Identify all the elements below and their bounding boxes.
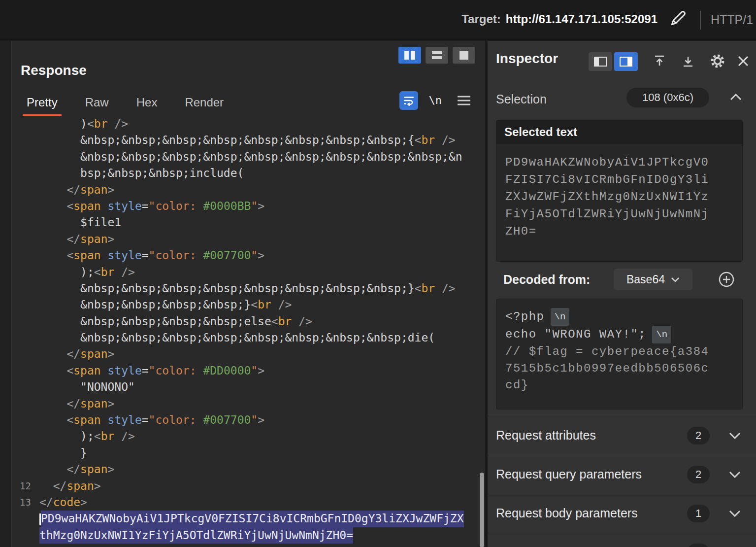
code-line[interactable]: &nbsp;&nbsp;&nbsp;&nbsp;&nbsp;&nbsp;&nbs… — [12, 280, 485, 297]
line-number — [12, 182, 39, 198]
code-text: </span> — [39, 182, 114, 198]
code-text: &nbsp;&nbsp;&nbsp;&nbsp;}<br /> — [39, 297, 292, 313]
add-decoding-step-button[interactable] — [718, 271, 735, 290]
line-number — [12, 412, 39, 428]
edit-target-button[interactable] — [668, 9, 688, 29]
line-number: 13 — [12, 494, 39, 511]
code-text: </span> — [39, 396, 114, 412]
vertical-scrollbar[interactable] — [480, 473, 484, 547]
code-area[interactable]: )<br /> &nbsp;&nbsp;&nbsp;&nbsp;&nbsp;&n… — [12, 116, 485, 547]
code-line[interactable]: "NONONO" — [12, 379, 485, 395]
line-number — [12, 231, 39, 247]
code-text: &nbsp;&nbsp;&nbsp;&nbsp;&nbsp;&nbsp;&nbs… — [39, 330, 435, 346]
line-number — [12, 132, 39, 148]
code-text: &nbsp;&nbsp;&nbsp;&nbsp;&nbsp;&nbsp;&nbs… — [39, 149, 462, 165]
inspector-settings-button[interactable] — [709, 53, 726, 71]
code-line[interactable]: <span style="color: #DD0000"> — [12, 363, 485, 379]
decoded-from-row: Decoded from: Base64 — [488, 269, 756, 291]
section-request-cookies[interactable]: Request cookies0 — [488, 533, 756, 547]
line-number — [12, 297, 39, 313]
layout-rows-button[interactable] — [426, 47, 448, 64]
chevron-down-icon[interactable] — [729, 432, 741, 439]
expand-all-icon — [681, 54, 695, 68]
code-text: &nbsp;&nbsp;&nbsp;&nbsp;&nbsp;&nbsp;&nbs… — [39, 280, 456, 297]
line-number — [12, 379, 39, 395]
chevron-down-icon[interactable] — [729, 471, 741, 478]
code-line[interactable]: &nbsp;&nbsp;&nbsp;&nbsp;&nbsp;&nbsp;&nbs… — [12, 149, 485, 165]
editor-menu-button[interactable] — [457, 95, 471, 108]
code-line[interactable]: } — [12, 445, 485, 461]
target-url: http://61.147.171.105:52091 — [506, 12, 657, 26]
target-label: Target: — [461, 12, 501, 26]
selection-label: Selection — [496, 92, 547, 106]
layout-single-button[interactable] — [453, 47, 475, 64]
selected-code-line[interactable]: thMzg0NzUxNWI1YzFiYjA5OTdlZWRiYjUwNjUwNm… — [12, 527, 485, 544]
line-number — [12, 247, 39, 264]
code-line[interactable]: )<br /> — [12, 116, 485, 132]
selection-section-header[interactable]: Selection 108 (0x6c) — [488, 86, 756, 111]
code-line[interactable]: </span> — [12, 461, 485, 478]
close-icon — [737, 55, 750, 68]
section-request-attributes[interactable]: Request attributes2 — [488, 416, 756, 455]
chevron-down-icon — [671, 277, 680, 282]
burp-repeater-screen: Target:http://61.147.171.105:52091 HTTP/… — [0, 0, 756, 547]
count-badge: 0 — [687, 544, 710, 547]
code-line[interactable]: 12 </span> — [12, 478, 485, 494]
code-line[interactable]: &nbsp;&nbsp;&nbsp;&nbsp;else<br /> — [12, 313, 485, 330]
section-request-body-parameters[interactable]: Request body parameters1 — [488, 494, 756, 533]
code-text: PD9waHAKZWNobyAiV1JPTkcgV0FZISI7Ci8vICRm… — [39, 511, 464, 527]
code-line[interactable]: bsp;&nbsp;&nbsp;include( — [12, 165, 485, 181]
decoded-line: echo "WRONG WAY!";\n — [505, 326, 733, 343]
code-line[interactable]: $file1 — [12, 214, 485, 231]
decoding-method-dropdown[interactable]: Base64 — [614, 269, 692, 290]
code-line[interactable]: 13</code> — [12, 494, 485, 511]
code-text: </span> — [39, 231, 114, 247]
code-line[interactable]: </span> — [12, 346, 485, 362]
dock-left-button[interactable] — [589, 52, 612, 71]
code-line[interactable]: </span> — [12, 182, 485, 198]
code-line[interactable]: &nbsp;&nbsp;&nbsp;&nbsp;&nbsp;&nbsp;&nbs… — [12, 132, 485, 148]
code-line[interactable]: );<br /> — [12, 428, 485, 444]
tab-pretty[interactable]: Pretty — [23, 92, 62, 116]
collapse-all-button[interactable] — [652, 54, 667, 70]
code-line[interactable]: &nbsp;&nbsp;&nbsp;&nbsp;}<br /> — [12, 297, 485, 313]
code-line[interactable]: &nbsp;&nbsp;&nbsp;&nbsp;&nbsp;&nbsp;&nbs… — [12, 330, 485, 346]
section-label: Request attributes — [496, 428, 596, 443]
decoded-line: <?php\n — [505, 308, 733, 326]
http-version-button[interactable]: HTTP/1 — [711, 13, 753, 27]
code-text: <span style="color: #007700"> — [39, 412, 264, 428]
code-line[interactable]: <span style="color: #007700"> — [12, 247, 485, 264]
expand-all-button[interactable] — [681, 54, 695, 70]
selected-text-header: Selected text — [496, 120, 742, 144]
tab-render[interactable]: Render — [181, 92, 228, 116]
inspector-close-button[interactable] — [737, 55, 750, 69]
section-label: Request query parameters — [496, 467, 642, 481]
layout-columns-button[interactable] — [398, 47, 421, 64]
selected-code-line[interactable]: PD9waHAKZWNobyAiV1JPTkcgV0FZISI7Ci8vICRm… — [12, 511, 485, 527]
code-line[interactable]: </span> — [12, 231, 485, 247]
line-number — [12, 198, 39, 214]
line-number — [12, 527, 39, 544]
code-text: $file1 — [39, 214, 121, 231]
chevron-up-icon[interactable] — [730, 94, 742, 103]
line-number — [12, 264, 39, 280]
inspector-dock-buttons — [589, 52, 638, 71]
line-number — [12, 461, 39, 478]
show-newlines-button[interactable]: \n — [429, 94, 442, 106]
word-wrap-button[interactable] — [399, 91, 418, 110]
code-line[interactable]: );<br /> — [12, 264, 485, 280]
chevron-down-icon[interactable] — [729, 510, 741, 517]
line-number: 12 — [12, 478, 39, 494]
dock-left-icon — [594, 57, 607, 67]
response-panel: Response PrettyRawHexRender \n )<br /> &… — [12, 41, 485, 547]
tab-raw[interactable]: Raw — [81, 92, 113, 116]
section-request-query-parameters[interactable]: Request query parameters2 — [488, 455, 756, 494]
tab-hex[interactable]: Hex — [132, 92, 162, 116]
response-title: Response — [21, 63, 87, 78]
code-text: </code> — [39, 494, 87, 511]
code-line[interactable]: <span style="color: #007700"> — [12, 412, 485, 428]
code-line[interactable]: <span style="color: #0000BB"> — [12, 198, 485, 214]
dock-right-button[interactable] — [614, 52, 638, 71]
collapse-all-icon — [652, 54, 667, 68]
code-line[interactable]: </span> — [12, 396, 485, 412]
